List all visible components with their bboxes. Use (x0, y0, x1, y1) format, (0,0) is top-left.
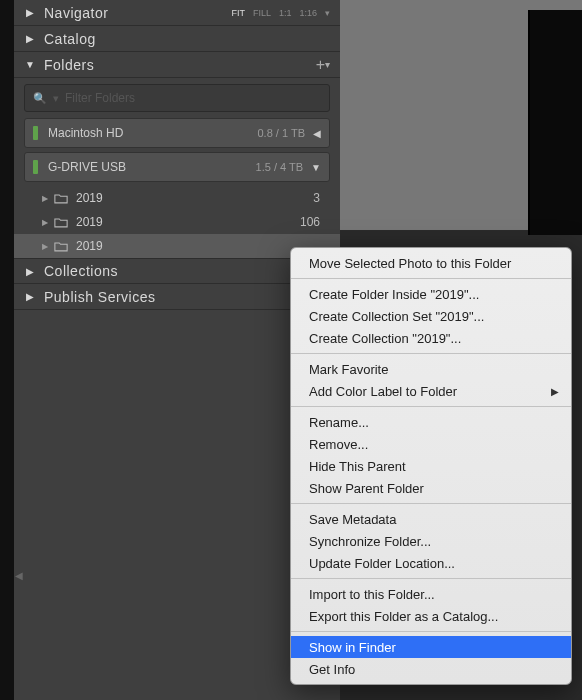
folder-count: 3 (313, 191, 326, 205)
folder-name: 2019 (76, 239, 320, 253)
catalog-panel-header[interactable]: ▶ Catalog (14, 26, 340, 52)
folder-icon (54, 241, 68, 252)
zoom-fit[interactable]: FIT (231, 8, 245, 18)
menu-item[interactable]: Show Parent Folder (291, 477, 571, 499)
volume-usage: 1.5 / 4 TB (256, 161, 304, 173)
panel-label: Publish Services (44, 289, 321, 305)
panel-label: Navigator (44, 5, 231, 21)
folder-icon (54, 193, 68, 204)
disclosure-right-icon: ▶ (42, 242, 48, 251)
menu-item[interactable]: Import to this Folder... (291, 583, 571, 605)
disclosure-right-icon: ▶ (24, 291, 36, 302)
submenu-arrow-icon: ▶ (551, 386, 559, 397)
menu-item[interactable]: Save Metadata (291, 508, 571, 530)
zoom-controls[interactable]: FIT FILL 1:1 1:16 ▾ (231, 8, 330, 18)
menu-separator (291, 503, 571, 504)
folder-name: 2019 (76, 215, 300, 229)
folder-name: 2019 (76, 191, 313, 205)
menu-item[interactable]: Remove... (291, 433, 571, 455)
menu-separator (291, 353, 571, 354)
drive-usage-indicator (33, 126, 38, 140)
folder-icon (54, 217, 68, 228)
filter-placeholder: Filter Folders (65, 91, 135, 105)
menu-item[interactable]: Get Info (291, 658, 571, 680)
menu-item[interactable]: Show in Finder (291, 636, 571, 658)
add-folder-dropdown-icon[interactable]: ▾ (325, 59, 330, 70)
folders-panel-header[interactable]: ▼ Folders +▾ (14, 52, 340, 78)
disclosure-right-icon: ▶ (24, 7, 36, 18)
volume-row[interactable]: Macintosh HD 0.8 / 1 TB ◀ (24, 118, 330, 148)
preview-area (340, 0, 582, 230)
zoom-1to1[interactable]: 1:1 (279, 8, 292, 18)
disclosure-down-icon: ▼ (24, 59, 36, 70)
add-folder-icon[interactable]: + (316, 56, 325, 74)
menu-item[interactable]: Mark Favorite (291, 358, 571, 380)
folder-list: ▶20193▶2019106▶2019 (14, 186, 340, 258)
panel-collapse-handle-icon[interactable]: ◀ (15, 570, 23, 581)
disclosure-right-icon: ▶ (24, 266, 36, 277)
volume-name: G-DRIVE USB (48, 160, 256, 174)
menu-item[interactable]: Create Collection "2019"... (291, 327, 571, 349)
menu-item[interactable]: Synchronize Folder... (291, 530, 571, 552)
menu-item[interactable]: Move Selected Photo to this Folder (291, 252, 571, 274)
zoom-fill[interactable]: FILL (253, 8, 271, 18)
folder-count: 106 (300, 215, 326, 229)
menu-separator (291, 278, 571, 279)
menu-item[interactable]: Export this Folder as a Catalog... (291, 605, 571, 627)
filter-folders-input[interactable]: 🔍▾ Filter Folders (24, 84, 330, 112)
panel-label: Catalog (44, 31, 330, 47)
volume-usage: 0.8 / 1 TB (258, 127, 306, 139)
disclosure-down-icon[interactable]: ▼ (311, 162, 321, 173)
panel-label: Collections (44, 263, 321, 279)
zoom-dropdown-icon[interactable]: ▾ (325, 8, 330, 18)
zoom-custom[interactable]: 1:16 (299, 8, 317, 18)
menu-separator (291, 406, 571, 407)
panel-label: Folders (44, 57, 316, 73)
menu-item[interactable]: Update Folder Location... (291, 552, 571, 574)
volume-name: Macintosh HD (48, 126, 258, 140)
navigator-panel-header[interactable]: ▶ Navigator FIT FILL 1:1 1:16 ▾ (14, 0, 340, 26)
disclosure-left-icon[interactable]: ◀ (313, 128, 321, 139)
disclosure-right-icon: ▶ (42, 194, 48, 203)
menu-item[interactable]: Create Collection Set "2019"... (291, 305, 571, 327)
folder-item[interactable]: ▶20193 (14, 186, 340, 210)
folder-item[interactable]: ▶2019106 (14, 210, 340, 234)
volume-row[interactable]: G-DRIVE USB 1.5 / 4 TB ▼ (24, 152, 330, 182)
menu-item[interactable]: Create Folder Inside "2019"... (291, 283, 571, 305)
drive-usage-indicator (33, 160, 38, 174)
menu-separator (291, 631, 571, 632)
disclosure-right-icon: ▶ (24, 33, 36, 44)
search-dropdown-icon: ▾ (53, 92, 59, 105)
menu-item[interactable]: Hide This Parent (291, 455, 571, 477)
disclosure-right-icon: ▶ (42, 218, 48, 227)
menu-item[interactable]: Add Color Label to Folder▶ (291, 380, 571, 402)
left-panel: ▶ Navigator FIT FILL 1:1 1:16 ▾ ▶ Catalo… (0, 0, 340, 700)
context-menu: Move Selected Photo to this FolderCreate… (290, 247, 572, 685)
search-icon: 🔍 (33, 92, 47, 105)
menu-item[interactable]: Rename... (291, 411, 571, 433)
menu-separator (291, 578, 571, 579)
preview-image (528, 10, 582, 235)
